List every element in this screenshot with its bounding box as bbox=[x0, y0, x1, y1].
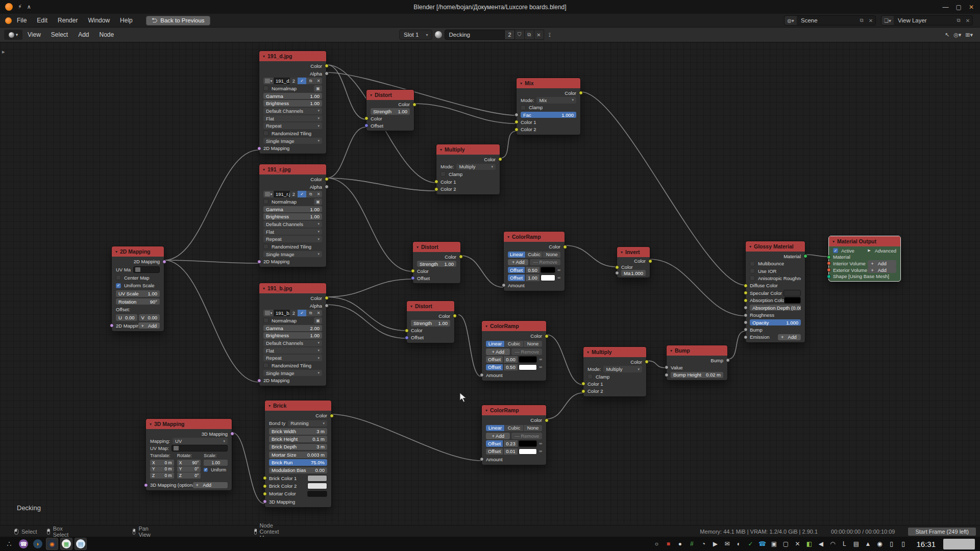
out-row-color[interactable]: Color bbox=[413, 253, 460, 260]
in-row-diffuse-color[interactable]: Diffuse Color bbox=[746, 282, 805, 289]
node-colorramp-3[interactable]: ▾ColorRampColorLinearCubicNone+ Add— Rem… bbox=[481, 405, 547, 465]
view-layer-selector[interactable]: ❏▾ View Layer ⧉ ✕ bbox=[881, 15, 973, 26]
frame-job-status[interactable]: Start Frame (249 left) bbox=[908, 528, 976, 536]
collapse-icon[interactable]: ▾ bbox=[520, 81, 522, 86]
collapse-icon[interactable]: ▾ bbox=[115, 249, 117, 254]
prop-row-gamma[interactable]: Gamma1.00 bbox=[259, 206, 326, 213]
record-icon[interactable]: ◉ bbox=[876, 540, 883, 547]
out-row-color[interactable]: Color bbox=[259, 176, 326, 183]
uv-row-uv[interactable]: U0.00V0.00 bbox=[112, 314, 164, 322]
phone-icon[interactable]: ☎ bbox=[758, 540, 766, 547]
bluetooth-icon[interactable]: ✕ bbox=[794, 540, 801, 547]
add-button-3d-mapping-optional[interactable]: +Add bbox=[193, 482, 228, 489]
input-socket-amount[interactable] bbox=[502, 283, 506, 287]
node-distort-3[interactable]: ▾DistortColorStrength1.00ColorOffset bbox=[406, 300, 455, 343]
close-button[interactable]: ✕ bbox=[969, 4, 974, 11]
editor-type-button[interactable]: ▾ bbox=[4, 30, 22, 40]
layout-icon[interactable]: L bbox=[841, 540, 848, 547]
stop-offset-value[interactable]: 1.00 bbox=[526, 274, 540, 281]
back-to-previous-button[interactable]: ⮌ Back to Previous bbox=[146, 16, 210, 26]
output-socket-2d-mapping[interactable] bbox=[162, 260, 166, 264]
collapse-icon[interactable]: ▾ bbox=[263, 54, 265, 59]
unlink-material-icon[interactable]: ✕ bbox=[534, 30, 544, 40]
stop-offset-label[interactable]: Offset bbox=[508, 267, 525, 273]
prop-row-strength[interactable]: Strength1.00 bbox=[366, 108, 414, 115]
output-socket-color[interactable] bbox=[498, 157, 502, 161]
prop-opacity[interactable]: Opacity1.000 bbox=[750, 319, 801, 326]
add-button-emission[interactable]: +Add bbox=[778, 334, 801, 341]
prop-gamma[interactable]: Gamma1.00 bbox=[263, 206, 322, 213]
eject-icon[interactable]: ▲ bbox=[864, 540, 871, 547]
node-header-image-191r[interactable]: ▾191_r.jpg bbox=[259, 164, 326, 174]
stop-row-offset[interactable]: Offset0.50∞ bbox=[482, 363, 546, 371]
stop-offset-value[interactable]: 0.50 bbox=[526, 267, 540, 273]
input-socket-offset[interactable] bbox=[364, 123, 369, 128]
prop-row-rotation[interactable]: Rotation90° bbox=[112, 297, 164, 306]
input-socket-color-1[interactable] bbox=[514, 120, 519, 124]
node-header-mix[interactable]: ▾Mix bbox=[517, 78, 580, 88]
out-row-color[interactable]: Color bbox=[436, 156, 500, 163]
prop-brick-depth[interactable]: Brick Depth3 m bbox=[269, 444, 327, 450]
collapse-icon[interactable]: ▾ bbox=[150, 422, 152, 427]
screenshot-icon[interactable]: ▢ bbox=[782, 540, 789, 547]
input-socket-amount[interactable] bbox=[480, 373, 484, 377]
add-stop-button[interactable]: + Add bbox=[486, 348, 510, 355]
color-swatch-specular-color[interactable] bbox=[783, 290, 801, 296]
image-datablock-button[interactable]: ▣ bbox=[314, 198, 322, 205]
scene-selector[interactable]: ◍▾ Scene ⧉ ✕ bbox=[784, 15, 876, 26]
in-row-color-2[interactable]: Color 2 bbox=[583, 388, 646, 395]
uvmap-field[interactable] bbox=[133, 266, 160, 273]
drop-row-single-image[interactable]: Single Image▾ bbox=[259, 137, 326, 145]
new-material-icon[interactable]: ⧉ bbox=[525, 30, 534, 40]
checkbox-randomized-tiling[interactable] bbox=[263, 244, 268, 249]
input-socket-offset[interactable] bbox=[411, 276, 415, 280]
collapse-icon[interactable]: ▾ bbox=[507, 235, 509, 239]
prop-absorption-depth[interactable]: Absorption Depth (0.000 bbox=[750, 305, 801, 311]
check-row-normalmap[interactable]: Normalmap▣ bbox=[259, 85, 326, 92]
stop-color-swatch[interactable] bbox=[519, 448, 537, 455]
in-row-amount[interactable]: Amount bbox=[482, 371, 546, 379]
translate-z[interactable]: Z0 m bbox=[150, 472, 174, 479]
node-header-colorramp-2[interactable]: ▾ColorRamp bbox=[482, 321, 546, 331]
out-row-color[interactable]: Color bbox=[517, 89, 580, 96]
material-name-field[interactable]: Decking bbox=[445, 30, 505, 40]
seg-option-linear[interactable]: Linear bbox=[486, 341, 505, 347]
node-colorramp-2[interactable]: ▾ColorRampColorLinearCubicNone+ Add— Rem… bbox=[481, 320, 547, 381]
output-socket-color[interactable] bbox=[325, 296, 329, 300]
check-row-randomized-tiling[interactable]: Randomized Tiling bbox=[259, 130, 326, 137]
in-row-color-1[interactable]: Color 1 bbox=[436, 178, 500, 186]
workspace-1[interactable]: ▯ bbox=[888, 540, 895, 547]
image-name-field[interactable]: 191_r.jpg bbox=[274, 191, 290, 197]
seg-option-cubic[interactable]: Cubic bbox=[505, 341, 524, 347]
node-material-output[interactable]: ▾Material Output✓Active▶AdvancedMaterial… bbox=[828, 236, 901, 282]
fake-user-toggle[interactable]: ✓ bbox=[298, 78, 306, 84]
output-socket-alpha[interactable] bbox=[325, 185, 329, 189]
input-socket-amount[interactable] bbox=[480, 457, 484, 461]
check-row-anisotropic-roughness[interactable]: Anisotropic Roughness bbox=[746, 274, 805, 282]
image-browse-button[interactable]: ▾ bbox=[263, 191, 274, 197]
in-row-roughness[interactable]: Roughness bbox=[746, 311, 805, 318]
app-files[interactable]: ▤ bbox=[75, 538, 87, 550]
drop-row-mix[interactable]: Mode:Mix▾ bbox=[517, 96, 580, 104]
add-button-interior-volume[interactable]: +Add bbox=[868, 260, 896, 267]
drop-row-default-channels[interactable]: Default Channels▾ bbox=[259, 339, 326, 347]
prop-strength[interactable]: Strength1.00 bbox=[411, 320, 450, 327]
unlink-image-button[interactable]: ✕ bbox=[315, 310, 322, 316]
stop-row-offset[interactable]: Offset0.00∞ bbox=[482, 356, 546, 363]
seg-option-none[interactable]: None bbox=[524, 425, 542, 432]
updates-ok-icon[interactable]: ✓ bbox=[747, 540, 754, 547]
checkbox-use-ior[interactable] bbox=[750, 268, 755, 273]
stop-offset-label[interactable]: Offset bbox=[486, 448, 503, 455]
check-row-clamp[interactable]: Clamp bbox=[436, 170, 500, 178]
unlink-image-button[interactable]: ✕ bbox=[315, 191, 322, 197]
in-row-offset[interactable]: Offset bbox=[407, 334, 454, 341]
add-button-exterior-volume[interactable]: +Add bbox=[868, 267, 896, 273]
minimize-button[interactable]: — bbox=[943, 4, 949, 11]
image-name-field[interactable]: 191_b.jpg bbox=[274, 310, 290, 316]
rotate-y[interactable]: Y0° bbox=[177, 466, 201, 472]
workspace-2[interactable]: ▯ bbox=[899, 540, 906, 547]
new-image-button[interactable]: ⧉ bbox=[306, 78, 315, 84]
interpolation-segmented[interactable]: LinearCubicNone bbox=[486, 425, 542, 432]
node-distort-2[interactable]: ▾DistortColorStrength1.00ColorOffset bbox=[412, 241, 461, 284]
addrem-row-addrem[interactable]: + Add— Remove bbox=[482, 348, 546, 356]
